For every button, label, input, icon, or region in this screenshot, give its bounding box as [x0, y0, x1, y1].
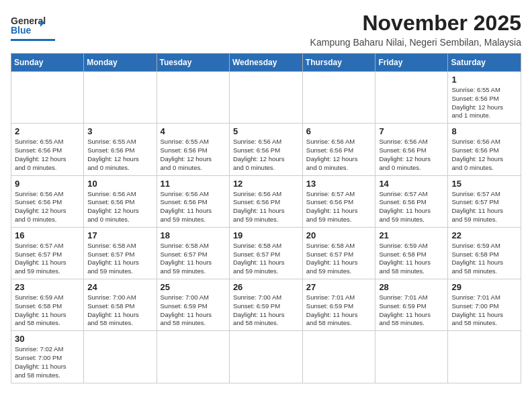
day-number: 14	[379, 179, 444, 189]
calendar-cell	[375, 72, 448, 124]
day-number: 27	[306, 282, 372, 292]
day-info: Sunrise: 7:00 AM Sunset: 6:58 PM Dayligh…	[87, 293, 152, 328]
logo: General Blue	[11, 11, 55, 41]
calendar-table: SundayMondayTuesdayWednesdayThursdayFrid…	[11, 53, 521, 383]
day-info: Sunrise: 6:55 AM Sunset: 6:56 PM Dayligh…	[87, 138, 152, 172]
day-number: 25	[161, 282, 226, 292]
day-number: 11	[161, 179, 226, 189]
day-info: Sunrise: 6:57 AM Sunset: 6:57 PM Dayligh…	[15, 242, 80, 276]
day-info: Sunrise: 6:56 AM Sunset: 6:56 PM Dayligh…	[161, 190, 226, 224]
weekday-header-wednesday: Wednesday	[229, 54, 302, 72]
day-number: 24	[87, 282, 152, 292]
calendar-cell: 10Sunrise: 6:56 AM Sunset: 6:56 PM Dayli…	[84, 175, 157, 227]
calendar-cell: 7Sunrise: 6:56 AM Sunset: 6:56 PM Daylig…	[375, 124, 448, 175]
calendar-week-3: 9Sunrise: 6:56 AM Sunset: 6:56 PM Daylig…	[11, 175, 521, 227]
day-number: 15	[451, 179, 517, 189]
day-number: 10	[87, 179, 152, 189]
day-number: 30	[15, 334, 80, 344]
calendar-cell	[229, 72, 302, 124]
calendar-cell: 22Sunrise: 6:59 AM Sunset: 6:58 PM Dayli…	[448, 227, 521, 279]
day-info: Sunrise: 7:00 AM Sunset: 6:59 PM Dayligh…	[161, 293, 226, 328]
calendar-cell	[11, 72, 84, 124]
day-number: 29	[451, 282, 517, 292]
weekday-header-tuesday: Tuesday	[157, 54, 229, 72]
day-number: 2	[15, 126, 80, 136]
calendar-cell	[157, 72, 229, 124]
calendar-cell: 20Sunrise: 6:58 AM Sunset: 6:57 PM Dayli…	[302, 227, 375, 279]
location-title: Kampung Baharu Nilai, Negeri Sembilan, M…	[310, 37, 521, 48]
calendar-week-5: 23Sunrise: 6:59 AM Sunset: 6:58 PM Dayli…	[11, 279, 521, 331]
day-info: Sunrise: 7:01 AM Sunset: 7:00 PM Dayligh…	[451, 293, 517, 328]
calendar-week-4: 16Sunrise: 6:57 AM Sunset: 6:57 PM Dayli…	[11, 227, 521, 279]
day-info: Sunrise: 6:58 AM Sunset: 6:57 PM Dayligh…	[87, 242, 152, 276]
calendar-cell: 21Sunrise: 6:59 AM Sunset: 6:58 PM Dayli…	[375, 227, 448, 279]
calendar-cell: 9Sunrise: 6:56 AM Sunset: 6:56 PM Daylig…	[11, 175, 84, 227]
day-number: 5	[233, 126, 299, 136]
day-number: 20	[306, 230, 372, 240]
day-info: Sunrise: 6:58 AM Sunset: 6:57 PM Dayligh…	[161, 242, 226, 276]
day-number: 3	[87, 126, 152, 136]
weekday-header-friday: Friday	[375, 54, 448, 72]
calendar-cell: 2Sunrise: 6:55 AM Sunset: 6:56 PM Daylig…	[11, 124, 84, 175]
day-info: Sunrise: 6:58 AM Sunset: 6:57 PM Dayligh…	[306, 242, 372, 276]
calendar-cell: 17Sunrise: 6:58 AM Sunset: 6:57 PM Dayli…	[84, 227, 157, 279]
calendar-cell: 13Sunrise: 6:57 AM Sunset: 6:56 PM Dayli…	[302, 175, 375, 227]
calendar-cell: 27Sunrise: 7:01 AM Sunset: 6:59 PM Dayli…	[302, 279, 375, 331]
logo-icon: General Blue	[11, 11, 46, 38]
month-title: November 2025	[310, 11, 521, 36]
calendar-cell: 1Sunrise: 6:55 AM Sunset: 6:56 PM Daylig…	[448, 72, 521, 124]
calendar-week-1: 1Sunrise: 6:55 AM Sunset: 6:56 PM Daylig…	[11, 72, 521, 124]
calendar-cell: 28Sunrise: 7:01 AM Sunset: 6:59 PM Dayli…	[375, 279, 448, 331]
calendar-cell: 15Sunrise: 6:57 AM Sunset: 6:57 PM Dayli…	[448, 175, 521, 227]
day-number: 26	[233, 282, 299, 292]
day-info: Sunrise: 7:00 AM Sunset: 6:59 PM Dayligh…	[233, 293, 299, 328]
calendar-week-6: 30Sunrise: 7:02 AM Sunset: 7:00 PM Dayli…	[11, 331, 521, 383]
day-number: 23	[15, 282, 80, 292]
weekday-header-saturday: Saturday	[448, 54, 521, 72]
day-info: Sunrise: 6:58 AM Sunset: 6:57 PM Dayligh…	[233, 242, 299, 276]
day-info: Sunrise: 6:56 AM Sunset: 6:56 PM Dayligh…	[15, 190, 80, 224]
calendar-cell: 26Sunrise: 7:00 AM Sunset: 6:59 PM Dayli…	[229, 279, 302, 331]
calendar-cell: 8Sunrise: 6:56 AM Sunset: 6:56 PM Daylig…	[448, 124, 521, 175]
calendar-cell: 30Sunrise: 7:02 AM Sunset: 7:00 PM Dayli…	[11, 331, 84, 383]
day-info: Sunrise: 6:56 AM Sunset: 6:56 PM Dayligh…	[306, 138, 372, 172]
calendar-cell: 12Sunrise: 6:56 AM Sunset: 6:56 PM Dayli…	[229, 175, 302, 227]
day-info: Sunrise: 6:56 AM Sunset: 6:56 PM Dayligh…	[233, 138, 299, 172]
title-block: November 2025 Kampung Baharu Nilai, Nege…	[310, 11, 521, 48]
calendar-body: 1Sunrise: 6:55 AM Sunset: 6:56 PM Daylig…	[11, 72, 521, 383]
calendar-cell: 14Sunrise: 6:57 AM Sunset: 6:56 PM Dayli…	[375, 175, 448, 227]
calendar-cell	[448, 331, 521, 383]
calendar-cell	[375, 331, 448, 383]
day-info: Sunrise: 6:56 AM Sunset: 6:56 PM Dayligh…	[379, 138, 444, 172]
day-info: Sunrise: 6:55 AM Sunset: 6:56 PM Dayligh…	[451, 86, 517, 120]
calendar-week-2: 2Sunrise: 6:55 AM Sunset: 6:56 PM Daylig…	[11, 124, 521, 175]
day-number: 19	[233, 230, 299, 240]
day-number: 28	[379, 282, 444, 292]
day-number: 12	[233, 179, 299, 189]
calendar-cell: 3Sunrise: 6:55 AM Sunset: 6:56 PM Daylig…	[84, 124, 157, 175]
day-info: Sunrise: 7:01 AM Sunset: 6:59 PM Dayligh…	[379, 293, 444, 328]
day-info: Sunrise: 6:59 AM Sunset: 6:58 PM Dayligh…	[379, 242, 444, 276]
calendar-cell	[157, 331, 229, 383]
calendar-cell	[84, 72, 157, 124]
day-info: Sunrise: 6:59 AM Sunset: 6:58 PM Dayligh…	[451, 242, 517, 276]
day-number: 4	[161, 126, 226, 136]
weekday-header-sunday: Sunday	[11, 54, 84, 72]
day-info: Sunrise: 6:57 AM Sunset: 6:56 PM Dayligh…	[379, 190, 444, 224]
day-info: Sunrise: 6:55 AM Sunset: 6:56 PM Dayligh…	[15, 138, 80, 172]
day-info: Sunrise: 6:56 AM Sunset: 6:56 PM Dayligh…	[451, 138, 517, 172]
calendar-cell: 29Sunrise: 7:01 AM Sunset: 7:00 PM Dayli…	[448, 279, 521, 331]
weekday-header-thursday: Thursday	[302, 54, 375, 72]
page-header: General Blue November 2025 Kampung Bahar…	[11, 11, 521, 48]
day-number: 13	[306, 179, 372, 189]
calendar-cell: 11Sunrise: 6:56 AM Sunset: 6:56 PM Dayli…	[157, 175, 229, 227]
calendar-cell: 24Sunrise: 7:00 AM Sunset: 6:58 PM Dayli…	[84, 279, 157, 331]
calendar-cell: 6Sunrise: 6:56 AM Sunset: 6:56 PM Daylig…	[302, 124, 375, 175]
calendar-cell	[84, 331, 157, 383]
day-number: 7	[379, 126, 444, 136]
weekday-header-monday: Monday	[84, 54, 157, 72]
day-number: 9	[15, 179, 80, 189]
day-info: Sunrise: 6:56 AM Sunset: 6:56 PM Dayligh…	[87, 190, 152, 224]
day-number: 1	[451, 75, 517, 85]
calendar-cell: 19Sunrise: 6:58 AM Sunset: 6:57 PM Dayli…	[229, 227, 302, 279]
